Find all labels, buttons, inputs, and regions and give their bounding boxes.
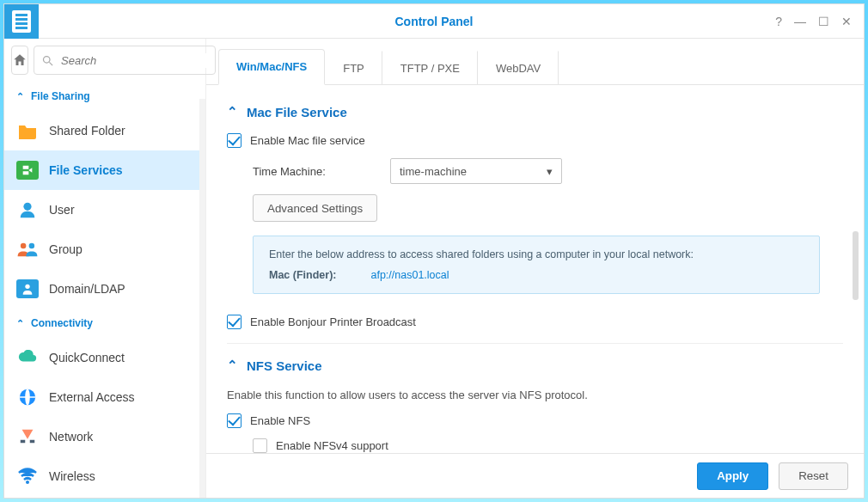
- afp-link[interactable]: afp://nas01.local: [370, 269, 449, 281]
- app-icon: [4, 4, 39, 39]
- cat-label: Connectivity: [31, 317, 93, 329]
- svg-point-5: [25, 285, 29, 289]
- cat-file-sharing[interactable]: ⌃ File Sharing: [4, 82, 205, 111]
- network-icon: [16, 427, 39, 446]
- window: Control Panel ? — ☐ ✕ ⌃ File Sharin: [3, 3, 865, 499]
- label-enable-nfs: Enable NFS: [250, 414, 310, 427]
- chevron-up-icon: ⌃: [16, 318, 24, 329]
- globe-icon: [16, 388, 39, 407]
- minimize-icon[interactable]: —: [794, 15, 806, 28]
- tabs: Win/Mac/NFS FTP TFTP / PXE WebDAV: [206, 42, 864, 85]
- sidebar-item-group[interactable]: Group: [4, 230, 205, 269]
- domain-ldap-icon: [16, 279, 39, 298]
- chevron-up-icon: ⌃: [227, 358, 238, 373]
- chevron-up-icon: ⌃: [227, 104, 238, 119]
- sidebar-item-network[interactable]: Network: [4, 417, 205, 456]
- sidebar-item-file-services[interactable]: File Services: [4, 150, 205, 190]
- section-toggle-mac[interactable]: ⌃ Mac File Service: [227, 90, 843, 128]
- advanced-settings-button[interactable]: Advanced Settings: [253, 194, 377, 222]
- chevron-down-icon: ▾: [547, 165, 553, 178]
- wifi-icon: [16, 467, 39, 486]
- user-icon: [16, 200, 39, 219]
- tab-webdav[interactable]: WebDAV: [478, 51, 559, 85]
- checkbox-enable-nfs[interactable]: [227, 413, 241, 428]
- svg-point-4: [29, 243, 35, 249]
- sidebar-item-user[interactable]: User: [4, 190, 205, 230]
- tab-ftp[interactable]: FTP: [325, 51, 382, 85]
- footer: Apply Reset: [206, 453, 864, 498]
- cat-connectivity[interactable]: ⌃ Connectivity: [4, 309, 205, 338]
- folder-icon: [16, 121, 39, 140]
- checkbox-enable-bonjour[interactable]: [227, 315, 241, 329]
- home-icon: [12, 52, 28, 68]
- content-scrollbar[interactable]: [853, 231, 859, 300]
- checkbox-enable-nfsv4[interactable]: [253, 438, 267, 453]
- sidebar-item-external-access[interactable]: External Access: [4, 377, 205, 417]
- info-panel-mac: Enter the below address to access shared…: [253, 236, 820, 294]
- reset-button[interactable]: Reset: [779, 462, 848, 490]
- sidebar-item-domain-ldap[interactable]: Domain/LDAP: [4, 269, 205, 309]
- label-enable-bonjour: Enable Bonjour Printer Broadcast: [250, 315, 416, 328]
- search-icon: [41, 54, 54, 67]
- close-icon[interactable]: ✕: [841, 15, 852, 28]
- sidebar-item-shared-folder[interactable]: Shared Folder: [4, 111, 205, 150]
- window-title: Control Panel: [4, 15, 864, 28]
- label-enable-mac: Enable Mac file service: [250, 134, 365, 147]
- label-time-machine: Time Machine:: [253, 165, 382, 178]
- label-enable-nfsv4: Enable NFSv4 support: [276, 439, 388, 452]
- home-button[interactable]: [11, 46, 28, 75]
- titlebar: Control Panel ? — ☐ ✕: [4, 4, 864, 39]
- svg-line-1: [49, 62, 52, 65]
- chevron-up-icon: ⌃: [16, 91, 24, 102]
- apply-button[interactable]: Apply: [697, 462, 768, 490]
- nfs-description: Enable this function to allow users to a…: [227, 382, 843, 408]
- search-field[interactable]: [34, 46, 216, 75]
- section-toggle-nfs[interactable]: ⌃ NFS Service: [227, 344, 843, 382]
- tab-tftp-pxe[interactable]: TFTP / PXE: [382, 51, 478, 85]
- group-icon: [16, 240, 39, 259]
- info-text: Enter the below address to access shared…: [269, 248, 804, 260]
- main: Win/Mac/NFS FTP TFTP / PXE WebDAV ⌃ Mac …: [206, 39, 864, 498]
- search-input[interactable]: [59, 53, 208, 68]
- svg-point-3: [21, 243, 27, 249]
- select-time-machine[interactable]: time-machine ▾: [390, 158, 562, 184]
- sidebar: ⌃ File Sharing Shared Folder File Servic…: [4, 39, 206, 498]
- help-icon[interactable]: ?: [775, 15, 782, 28]
- tab-win-mac-nfs[interactable]: Win/Mac/NFS: [218, 49, 325, 85]
- checkbox-enable-mac[interactable]: [227, 133, 241, 148]
- sidebar-item-quickconnect[interactable]: QuickConnect: [4, 338, 205, 377]
- svg-point-7: [26, 481, 29, 484]
- svg-point-0: [44, 56, 51, 63]
- sidebar-item-wireless[interactable]: Wireless: [4, 456, 205, 496]
- svg-point-2: [23, 203, 31, 211]
- sidebar-scrollbar[interactable]: [199, 99, 205, 498]
- info-key: Mac (Finder):: [269, 269, 336, 281]
- cloud-icon: [16, 348, 39, 367]
- maximize-icon[interactable]: ☐: [818, 15, 829, 28]
- cat-label: File Sharing: [31, 90, 90, 102]
- file-services-icon: [16, 161, 39, 180]
- content: ⌃ Mac File Service Enable Mac file servi…: [206, 85, 864, 453]
